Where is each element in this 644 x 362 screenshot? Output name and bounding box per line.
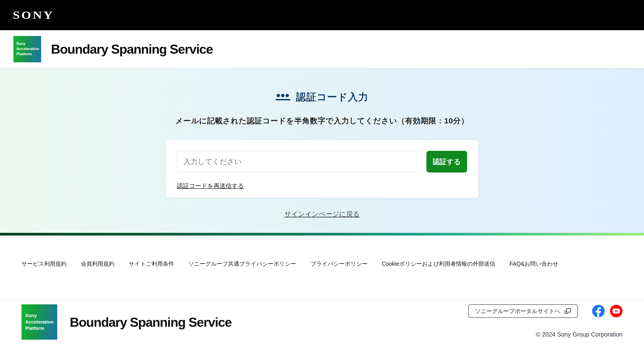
logo-line: Acceleration <box>16 46 41 52</box>
footer-brand: Sony Acceleration Platform Boundary Span… <box>22 304 232 340</box>
footer-bottom: Sony Acceleration Platform Boundary Span… <box>0 301 644 340</box>
logo-line: Platform <box>16 52 41 57</box>
footer-right: ソニーグループポータルサイトへ <box>468 304 622 338</box>
sony-logo[interactable]: SONY <box>13 9 54 21</box>
verify-button[interactable]: 認証する <box>426 151 467 173</box>
resend-code-link[interactable]: 認証コードを再送信する <box>177 182 244 190</box>
youtube-icon[interactable] <box>610 305 622 317</box>
footer-nav: サービス利用規約 会員利用規約 サイトご利用条件 ソニーグループ共通プライバシー… <box>0 236 644 301</box>
footer-link-service-terms[interactable]: サービス利用規約 <box>22 260 67 301</box>
brand-gradient-bar <box>0 233 644 236</box>
footer-link-privacy[interactable]: プライバシーポリシー <box>310 260 368 301</box>
copyright-text: © 2024 Sony Group Corporation <box>536 331 622 338</box>
footer-link-site-terms[interactable]: サイトご利用条件 <box>129 260 174 301</box>
footer-link-sony-group-privacy[interactable]: ソニーグループ共通プライバシーポリシー <box>188 260 296 301</box>
sony-acceleration-platform-logo[interactable]: Sony Acceleration Platform <box>14 36 41 62</box>
footer-link-cookie-policy[interactable]: Cookieポリシーおよび利用者情報の外部送信 <box>382 260 495 301</box>
site-header: Sony Acceleration Platform Boundary Span… <box>0 30 644 68</box>
logo-line: Sony <box>16 41 41 46</box>
footer-sony-acceleration-platform-logo: Sony Acceleration Platform <box>22 304 57 340</box>
auth-code-dots-icon <box>276 94 290 100</box>
page: SONY Sony Acceleration Platform Boundary… <box>0 0 644 362</box>
portal-button-label: ソニーグループポータルサイトへ <box>475 308 560 315</box>
top-black-bar: SONY <box>0 0 644 30</box>
footer-link-faq[interactable]: FAQ&お問い合わせ <box>510 260 558 301</box>
sony-group-portal-button[interactable]: ソニーグループポータルサイトへ <box>468 304 578 318</box>
auth-code-card: 認証する 認証コードを再送信する <box>166 140 478 198</box>
facebook-icon[interactable] <box>592 305 605 317</box>
dots <box>276 94 289 97</box>
footer-right-row: ソニーグループポータルサイトへ <box>468 304 622 318</box>
instruction-text: メールに記載された認証コードを半角数字で入力してください（有効期限：10分） <box>0 116 644 126</box>
auth-code-input[interactable] <box>177 151 421 173</box>
back-to-signin-link[interactable]: サインインページに戻る <box>284 210 360 219</box>
footer-service-title: Boundary Spanning Service <box>70 315 232 330</box>
footer: サービス利用規約 会員利用規約 サイトご利用条件 ソニーグループ共通プライバシー… <box>0 236 644 340</box>
logo-line: Acceleration <box>25 319 57 325</box>
input-row: 認証する <box>177 151 467 173</box>
main-content: 認証コード入力 メールに記載された認証コードを半角数字で入力してください（有効期… <box>0 68 644 233</box>
external-link-icon <box>564 308 571 314</box>
dots-underline <box>276 99 290 100</box>
service-title: Boundary Spanning Service <box>51 41 213 56</box>
logo-line: Platform <box>25 325 57 331</box>
heading-row: 認証コード入力 <box>0 90 644 104</box>
page-heading: 認証コード入力 <box>296 90 368 104</box>
social-icons <box>592 305 622 317</box>
footer-link-member-terms[interactable]: 会員利用規約 <box>81 260 114 301</box>
logo-line: Sony <box>25 312 57 319</box>
